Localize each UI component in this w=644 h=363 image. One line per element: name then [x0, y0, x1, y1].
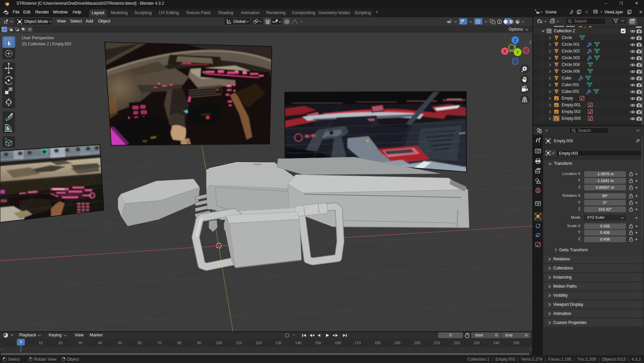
- svg-text:X: X: [504, 49, 506, 54]
- svg-text:Z: Z: [514, 38, 516, 43]
- svg-text:Y: Y: [516, 50, 519, 55]
